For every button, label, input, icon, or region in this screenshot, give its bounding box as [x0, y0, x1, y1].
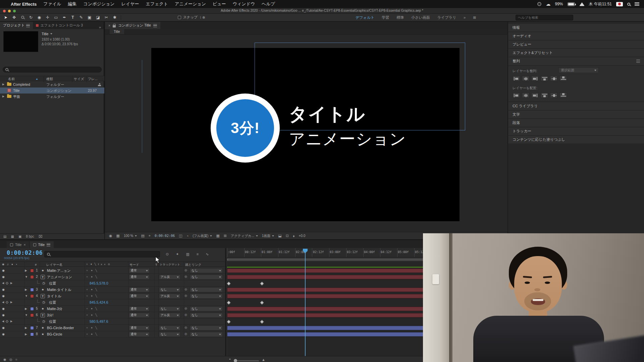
keyframe-icon[interactable]	[260, 282, 264, 285]
frame-blend-icon[interactable]: ▥	[186, 252, 189, 256]
expand-arrow-icon[interactable]: ▶	[2, 83, 4, 86]
layer-name[interactable]: Matte-ア...ョン	[47, 268, 71, 273]
current-timecode[interactable]: 0:00:02:06	[7, 249, 43, 256]
distribute-right-button[interactable]	[531, 93, 539, 98]
rotate-tool[interactable]: ↻	[29, 14, 33, 21]
pickwhip-icon[interactable]: ◎	[184, 275, 187, 278]
property-value[interactable]: 845.5,578.0	[90, 281, 108, 285]
layer-name[interactable]: BG-Circle	[47, 332, 62, 336]
pen-tool[interactable]: ✒	[62, 14, 67, 21]
col-type[interactable]: 種類	[46, 77, 53, 81]
layer-color-chip[interactable]	[30, 313, 34, 317]
zoom-out-mountain-icon[interactable]: ▲	[229, 358, 231, 360]
panel-menu-icon[interactable]	[636, 60, 640, 63]
layer-switches[interactable]: ⚬✦╲	[86, 313, 99, 317]
parent-dropdown[interactable]: なし	[190, 332, 223, 337]
property-label[interactable]: 位置	[49, 319, 56, 324]
pickwhip-icon[interactable]: ◎	[184, 307, 187, 310]
align-left-button[interactable]	[513, 76, 520, 81]
tab-effect-controls[interactable]: エフェクトコントロール 3	[33, 22, 86, 29]
expand-layer-switches-icon[interactable]: ◉	[3, 358, 6, 361]
ruler-grid-icon[interactable]: ▤	[141, 234, 144, 238]
eye-icon[interactable]: ◉	[2, 269, 5, 272]
timeline-button-icon[interactable]: ♦	[293, 234, 295, 238]
eye-icon[interactable]: ◉	[2, 307, 5, 310]
project-bit-depth[interactable]: 8 bpc	[26, 235, 34, 238]
keyframe-icon[interactable]	[227, 320, 230, 323]
playhead-line[interactable]	[305, 249, 306, 356]
col-number[interactable]: #	[35, 263, 37, 266]
fast-preview-icon[interactable]: ⊡	[286, 234, 289, 238]
add-keyframe-icon[interactable]	[6, 320, 8, 323]
help-search-input[interactable]	[516, 15, 573, 20]
wifi-icon[interactable]	[579, 2, 585, 6]
timeline-search-input[interactable]	[44, 251, 160, 257]
exposure-value[interactable]: +0.0	[299, 234, 306, 238]
menu-composition[interactable]: コンポジション	[84, 1, 115, 7]
panel-content-aware-fill[interactable]: コンテンツに応じた塗りつぶし	[508, 136, 644, 143]
align-vertical-center-button[interactable]	[550, 76, 557, 81]
lock-icon[interactable]	[113, 25, 116, 27]
panel-tracker[interactable]: トラッカー	[508, 127, 644, 135]
align-bottom-button[interactable]	[559, 76, 567, 81]
expand-arrow-icon[interactable]: ▶	[25, 288, 27, 291]
expand-arrow-icon[interactable]: ▶	[25, 326, 27, 329]
col-mode[interactable]: モード	[129, 263, 139, 267]
eye-icon[interactable]: ◉	[2, 288, 5, 291]
add-keyframe-icon[interactable]	[6, 282, 8, 285]
blend-mode-dropdown[interactable]: 通常	[129, 287, 150, 292]
menu-edit[interactable]: 編集	[68, 1, 77, 7]
menu-layer[interactable]: レイヤー	[121, 1, 139, 7]
panel-preview[interactable]: プレビュー	[508, 41, 644, 48]
align-right-button[interactable]	[531, 76, 539, 81]
stopwatch-icon[interactable]: ◷	[42, 281, 45, 285]
eye-icon[interactable]: ◉	[2, 294, 5, 298]
layer-name[interactable]: タイトル	[47, 294, 61, 299]
col-parent-link[interactable]: 親とリンク	[185, 263, 201, 267]
input-language-flag-icon[interactable]	[616, 2, 623, 6]
menu-effect[interactable]: エフェクト	[146, 1, 168, 7]
panel-effects-presets[interactable]: エフェクト&プリセット	[508, 49, 644, 57]
panel-audio[interactable]: オーディオ	[508, 32, 644, 40]
motion-blur-icon[interactable]: ≡	[197, 252, 199, 256]
blend-mode-dropdown[interactable]: 通常	[129, 306, 150, 311]
selected-item-name[interactable]: Title	[42, 32, 48, 36]
layer-color-chip[interactable]	[30, 294, 34, 298]
viewer-tab[interactable]: Title	[110, 29, 124, 34]
project-row-title[interactable]: Title コンポジション 23.97	[0, 87, 104, 94]
zoom-in-mountain-icon[interactable]: ▲	[262, 358, 265, 362]
interpret-footage-icon[interactable]: ▤	[3, 235, 6, 238]
tab-composition[interactable]: × コンポジション Title	[105, 22, 160, 29]
blend-mode-dropdown[interactable]: 通常	[129, 268, 150, 273]
workspace-grid-icon[interactable]: ⊞	[473, 15, 476, 20]
view-layout-dropdown[interactable]: 1画面	[262, 234, 274, 238]
keyframe-icon[interactable]	[260, 301, 264, 304]
pan-behind-tool[interactable]: ✛	[45, 14, 50, 21]
track-matte-dropdown[interactable]: アル反	[159, 275, 180, 280]
eye-icon[interactable]: ◉	[2, 275, 5, 279]
timeline-zoom-knob[interactable]	[234, 359, 237, 362]
menu-help[interactable]: ヘルプ	[262, 1, 275, 7]
next-keyframe-icon[interactable]: ▶	[10, 282, 12, 285]
timeline-tab-2[interactable]: Title	[30, 241, 54, 248]
panel-menu-icon[interactable]	[26, 24, 30, 27]
panel-overflow-icon[interactable]: »	[96, 25, 104, 29]
parent-dropdown[interactable]: なし	[190, 268, 223, 273]
panel-character[interactable]: 文字	[508, 111, 644, 118]
hand-tool[interactable]: ✥	[12, 14, 16, 21]
pickwhip-icon[interactable]: ◎	[184, 313, 187, 316]
app-menu[interactable]: After Effects	[11, 2, 37, 7]
region-of-interest-icon[interactable]: ▦	[216, 234, 219, 238]
layer-color-chip[interactable]	[30, 333, 34, 336]
project-row-solids[interactable]: ▶ 平面 フォルダー	[0, 94, 104, 100]
pickwhip-icon[interactable]: ◎	[184, 326, 187, 329]
track-matte-dropdown[interactable]: なし	[159, 287, 180, 292]
eye-icon[interactable]: ◉	[2, 326, 5, 329]
workspace-default[interactable]: デフォルト	[356, 15, 374, 20]
layer-switches[interactable]: ⚬✦╲	[86, 326, 99, 329]
show-snapshot-icon[interactable]: ◔	[186, 234, 189, 238]
track-matte-dropdown[interactable]: なし	[159, 332, 180, 337]
cloud-icon[interactable]: ☁	[546, 1, 550, 7]
distribute-top-button[interactable]	[541, 93, 548, 98]
panel-cc-libraries[interactable]: CC ライブラリ	[508, 102, 644, 110]
